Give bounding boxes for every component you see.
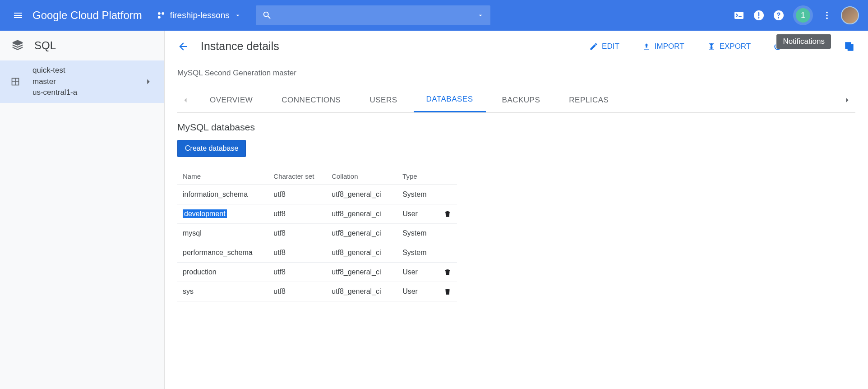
tab-replicas[interactable]: REPLICAS (556, 88, 621, 112)
brand-logo[interactable]: Google Cloud Platform (32, 9, 142, 22)
db-charset: utf8 (268, 224, 326, 243)
db-name: production (177, 263, 268, 282)
import-button[interactable]: IMPORT (637, 38, 690, 55)
avatar[interactable] (841, 6, 859, 24)
sidebar-instance-item[interactable]: quick-test master us-central1-a (0, 60, 164, 103)
table-row: performance_schemautf8utf8_general_ciSys… (177, 243, 457, 263)
tooltip-notifications: Notifications (776, 34, 831, 49)
svg-rect-11 (848, 44, 854, 51)
search-dropdown-icon[interactable] (477, 12, 484, 19)
search-icon (262, 10, 272, 20)
table-row: information_schemautf8utf8_general_ciSys… (177, 185, 457, 204)
tab-databases[interactable]: DATABASES (414, 88, 486, 112)
dropdown-icon (234, 12, 241, 19)
svg-point-2 (158, 16, 161, 19)
export-label: EXPORT (720, 42, 751, 51)
svg-point-8 (826, 18, 828, 19)
db-collation: utf8_general_ci (326, 263, 397, 282)
col-name: Name (177, 168, 268, 185)
db-type: System (397, 185, 438, 204)
top-header: Google Cloud Platform fireship-lessons 1 (0, 0, 868, 31)
tab-nav-left-icon[interactable] (177, 96, 194, 105)
db-charset: utf8 (268, 204, 326, 224)
svg-point-1 (162, 12, 164, 15)
export-button[interactable]: EXPORT (702, 38, 757, 55)
notifications-badge[interactable]: 1 (793, 5, 813, 25)
export-icon (707, 42, 716, 51)
instance-zone: us-central1-a (32, 87, 143, 98)
db-collation: utf8_general_ci (326, 282, 397, 301)
table-row: productionutf8utf8_general_ciUser (177, 263, 457, 282)
table-row: sysutf8utf8_general_ciUser (177, 282, 457, 301)
db-type: System (397, 224, 438, 243)
import-icon (642, 42, 651, 51)
project-selector[interactable]: fireship-lessons (157, 10, 241, 20)
page-header: Instance details EDIT IMPORT EXPORT REST… (165, 31, 868, 62)
db-name: sys (177, 282, 268, 301)
svg-rect-3 (734, 12, 743, 19)
page-title: Instance details (201, 40, 279, 53)
col-charset: Character set (268, 168, 326, 185)
db-name: performance_schema (177, 243, 268, 263)
search-box[interactable] (256, 5, 490, 25)
project-name: fireship-lessons (170, 10, 230, 20)
db-charset: utf8 (268, 263, 326, 282)
svg-point-0 (158, 12, 161, 15)
db-charset: utf8 (268, 243, 326, 263)
header-icon-tray: 1 (734, 5, 859, 25)
db-name: development (177, 204, 268, 224)
section-title: MySQL databases (177, 122, 855, 133)
back-arrow-icon[interactable] (177, 41, 189, 52)
svg-point-6 (826, 12, 828, 14)
more-icon[interactable] (822, 10, 832, 20)
instance-role: master (32, 76, 143, 88)
tabs: OVERVIEW CONNECTIONS USERS DATABASES BAC… (177, 88, 855, 113)
menu-icon[interactable] (13, 10, 23, 21)
content-area: Instance details EDIT IMPORT EXPORT REST… (165, 31, 868, 389)
sql-service-icon (11, 39, 24, 52)
clone-button-partial[interactable] (838, 37, 855, 56)
edit-button[interactable]: EDIT (584, 38, 625, 55)
tab-backups[interactable]: BACKUPS (489, 88, 553, 112)
chevron-right-icon (143, 77, 153, 87)
db-collation: utf8_general_ci (326, 185, 397, 204)
notification-count: 1 (801, 11, 805, 20)
db-type: User (397, 282, 438, 301)
svg-point-7 (826, 14, 828, 16)
tab-overview[interactable]: OVERVIEW (197, 88, 265, 112)
instance-name: quick-test (32, 65, 143, 76)
clone-icon (844, 41, 855, 52)
import-label: IMPORT (655, 42, 684, 51)
db-charset: utf8 (268, 185, 326, 204)
cloud-shell-icon[interactable] (734, 10, 744, 21)
project-icon (157, 11, 166, 20)
col-type: Type (397, 168, 438, 185)
delete-icon[interactable] (443, 287, 452, 296)
create-database-button[interactable]: Create database (177, 140, 246, 157)
instance-text: quick-test master us-central1-a (32, 65, 143, 98)
delete-icon[interactable] (443, 210, 452, 218)
edit-icon (589, 42, 598, 51)
col-collation: Collation (326, 168, 397, 185)
db-collation: utf8_general_ci (326, 243, 397, 263)
instance-icon (11, 77, 20, 86)
delete-icon[interactable] (443, 268, 452, 276)
edit-label: EDIT (602, 42, 619, 51)
tab-nav-right-icon[interactable] (839, 96, 855, 105)
db-collation: utf8_general_ci (326, 204, 397, 224)
alert-icon[interactable] (753, 10, 764, 21)
table-row: mysqlutf8utf8_general_ciSystem (177, 224, 457, 243)
db-type: User (397, 204, 438, 224)
db-type: User (397, 263, 438, 282)
tab-users[interactable]: USERS (357, 88, 410, 112)
db-type: System (397, 243, 438, 263)
db-name: mysql (177, 224, 268, 243)
sidebar: SQL quick-test master us-central1-a (0, 31, 165, 389)
table-row: developmentutf8utf8_general_ciUser (177, 204, 457, 224)
db-charset: utf8 (268, 282, 326, 301)
tab-connections[interactable]: CONNECTIONS (269, 88, 353, 112)
help-icon[interactable] (773, 10, 784, 21)
db-collation: utf8_general_ci (326, 224, 397, 243)
sidebar-title: SQL (34, 39, 56, 52)
db-name: information_schema (177, 185, 268, 204)
